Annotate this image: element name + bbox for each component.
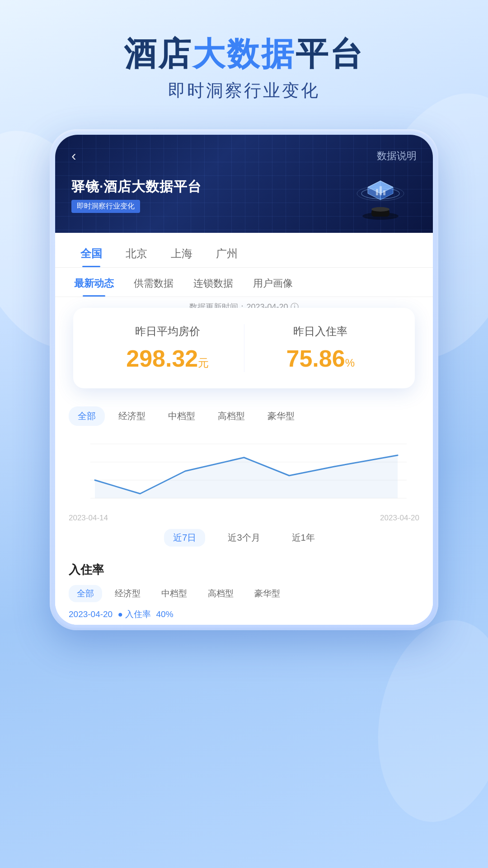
occupancy-rate-label: 昨日入住率 (244, 324, 397, 339)
occ-pill-all[interactable]: 全部 (69, 585, 102, 602)
chart-area: 全部 经济型 中档型 高档型 豪华型 (55, 397, 433, 625)
chart-dates: 2023-04-14 2023-04-20 (55, 514, 433, 523)
city-tab-shanghai[interactable]: 上海 (159, 242, 204, 267)
page-subtitle: 即时洞察行业变化 (18, 79, 470, 102)
city-tab-guangzhou[interactable]: 广州 (204, 242, 249, 267)
occupancy-info: 2023-04-20 ● 入住率 40% (69, 609, 419, 620)
data-tab-portrait[interactable]: 用户画像 (243, 273, 303, 297)
occ-pill-mid[interactable]: 中档型 (153, 585, 195, 602)
occupancy-rate-stat: 昨日入住率 75.86% (244, 324, 397, 372)
title-part2: 大数据 (192, 36, 296, 72)
avg-price-stat: 昨日平均房价 298.32元 (91, 324, 244, 372)
svg-point-2 (371, 207, 389, 212)
occupancy-section: 入住率 全部 经济型 中档型 高档型 豪华型 2023-04-20 ● 入住率 … (55, 553, 433, 625)
title-part3: 平台 (296, 36, 364, 72)
occ-value: 40% (156, 609, 174, 619)
time-btn-1year[interactable]: 近1年 (283, 529, 324, 547)
phone-screen: ‹ 数据说明 驿镜·酒店大数据平台 即时洞察行业变化 (55, 135, 433, 625)
banner-tag: 即时洞察行业变化 (71, 200, 140, 213)
type-pill-high-1[interactable]: 高档型 (209, 406, 254, 426)
svg-rect-6 (376, 189, 378, 195)
avg-price-value: 298.32元 (91, 345, 244, 372)
type-pill-economy-1[interactable]: 经济型 (109, 406, 155, 426)
occ-date: 2023-04-20 (69, 609, 113, 619)
data-tab-chain[interactable]: 连锁数据 (183, 273, 243, 297)
occupancy-rate-value: 75.86% (244, 345, 397, 372)
phone-topbar: ‹ 数据说明 驿镜·酒店大数据平台 即时洞察行业变化 (55, 135, 433, 233)
occ-pill-luxury[interactable]: 豪华型 (246, 585, 288, 602)
time-btn-7days[interactable]: 近7日 (164, 529, 205, 547)
line-chart (69, 435, 419, 507)
line-chart-container (55, 430, 433, 514)
occ-pill-economy[interactable]: 经济型 (107, 585, 149, 602)
phone-banner: 驿镜·酒店大数据平台 即时洞察行业变化 (71, 173, 417, 222)
chart-start-date: 2023-04-14 (69, 514, 108, 523)
page-title: 酒店大数据平台 (18, 36, 470, 72)
stats-card: 昨日平均房价 298.32元 昨日入住率 75.86% (73, 308, 415, 388)
title-part1: 酒店 (124, 36, 192, 72)
back-button[interactable]: ‹ (71, 147, 76, 164)
avg-price-label: 昨日平均房价 (91, 324, 244, 339)
city-tabs: 全国 北京 上海 广州 (55, 233, 433, 268)
chart-end-date: 2023-04-20 (380, 514, 419, 523)
hotel-type-filter-1: 全部 经济型 中档型 高档型 豪华型 (55, 397, 433, 430)
phone-mockup-container: ‹ 数据说明 驿镜·酒店大数据平台 即时洞察行业变化 (50, 129, 438, 630)
page-header: 酒店大数据平台 即时洞察行业变化 (0, 0, 488, 116)
topbar-nav: ‹ 数据说明 (71, 147, 417, 164)
occupancy-section-title: 入住率 (69, 562, 419, 578)
svg-rect-8 (383, 190, 385, 195)
data-tab-latest[interactable]: 最新动态 (64, 273, 124, 297)
city-tab-nationwide[interactable]: 全国 (69, 242, 114, 267)
svg-rect-7 (380, 186, 382, 195)
time-btn-3months[interactable]: 近3个月 (219, 529, 269, 547)
hotel-type-filter-2: 全部 经济型 中档型 高档型 豪华型 (69, 585, 419, 602)
time-filter: 近7日 近3个月 近1年 (55, 523, 433, 553)
city-tab-beijing[interactable]: 北京 (114, 242, 159, 267)
data-tab-supply[interactable]: 供需数据 (124, 273, 183, 297)
data-tabs: 最新动态 供需数据 连锁数据 用户画像 (55, 268, 433, 297)
svg-marker-15 (95, 455, 398, 498)
cube-3d-icon (353, 169, 408, 223)
data-desc-button[interactable]: 数据说明 (377, 149, 417, 163)
phone-mockup: ‹ 数据说明 驿镜·酒店大数据平台 即时洞察行业变化 (50, 129, 438, 630)
occ-pill-high[interactable]: 高档型 (200, 585, 242, 602)
type-pill-all-1[interactable]: 全部 (69, 406, 105, 426)
type-pill-luxury-1[interactable]: 豪华型 (258, 406, 304, 426)
occ-dot: ● 入住率 (117, 609, 151, 619)
bg-decoration-right2 (363, 610, 488, 832)
type-pill-mid-1[interactable]: 中档型 (159, 406, 204, 426)
